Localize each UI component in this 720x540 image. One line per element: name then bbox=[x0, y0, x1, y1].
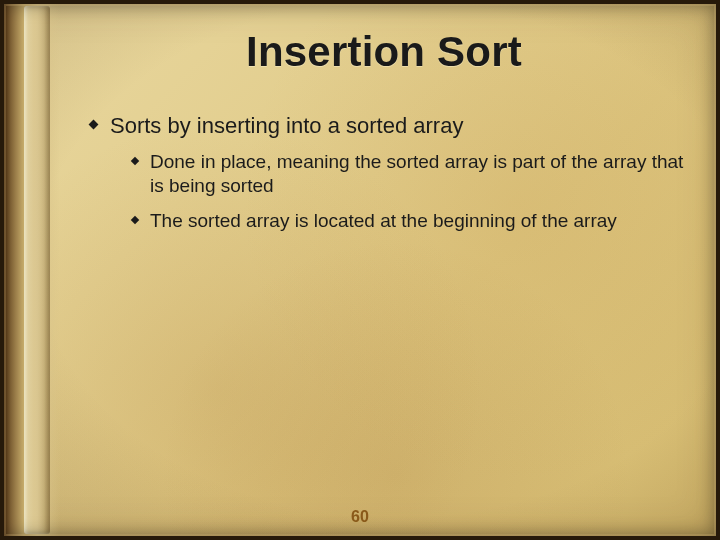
page-number: 60 bbox=[0, 508, 720, 526]
bullet-top-text: Sorts by inserting into a sorted array bbox=[110, 113, 463, 138]
sub-bullet-list: Done in place, meaning the sorted array … bbox=[110, 150, 688, 234]
slide-content: Insertion Sort Sorts by inserting into a… bbox=[80, 28, 688, 516]
bullet-top: Sorts by inserting into a sorted array D… bbox=[88, 112, 688, 234]
slide: Insertion Sort Sorts by inserting into a… bbox=[0, 0, 720, 540]
slide-title: Insertion Sort bbox=[80, 28, 688, 76]
sub-bullet-1: Done in place, meaning the sorted array … bbox=[130, 150, 688, 199]
book-spine bbox=[0, 0, 60, 540]
sub-bullet-2: The sorted array is located at the begin… bbox=[130, 209, 688, 234]
bullet-list: Sorts by inserting into a sorted array D… bbox=[80, 112, 688, 234]
